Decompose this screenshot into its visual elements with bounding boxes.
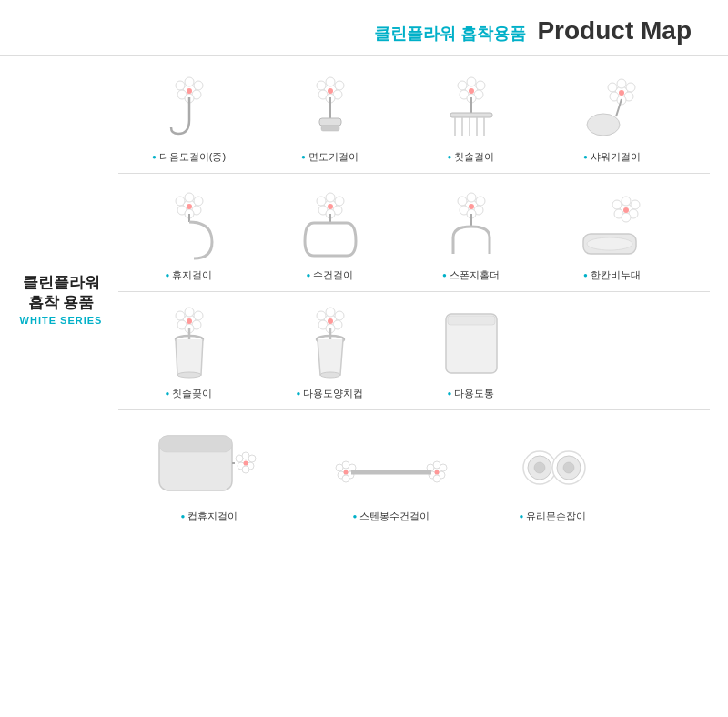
svg-point-56 bbox=[317, 197, 326, 206]
svg-point-91 bbox=[177, 372, 201, 378]
svg-point-74 bbox=[612, 200, 622, 209]
svg-point-52 bbox=[187, 204, 192, 209]
product-item-tissue-ring: 휴지걸이 bbox=[118, 190, 259, 282]
product-section-row2: 휴지걸이 bbox=[118, 174, 710, 292]
product-image-door-handle bbox=[512, 427, 594, 504]
product-label-brush-cup: 칫솔꽂이 bbox=[166, 387, 213, 400]
svg-point-37 bbox=[626, 83, 635, 92]
product-item-towel-ring: 수건걸이 bbox=[259, 190, 400, 282]
product-item-sponge-holder: 스폰지홀더 bbox=[400, 190, 541, 282]
page: 클린플라워 흡착용품 Product Map 클린플라워 흡착 용품 WHITE… bbox=[0, 0, 728, 717]
product-image-hook-medium bbox=[148, 72, 230, 145]
product-section-row4: 컵휴지걸이 bbox=[118, 410, 710, 532]
svg-point-131 bbox=[435, 470, 440, 475]
svg-point-27 bbox=[469, 88, 474, 94]
svg-rect-19 bbox=[321, 126, 339, 131]
svg-point-95 bbox=[317, 311, 326, 320]
svg-point-109 bbox=[248, 455, 256, 462]
svg-rect-29 bbox=[450, 113, 492, 117]
svg-point-43 bbox=[587, 114, 620, 136]
svg-point-16 bbox=[328, 88, 333, 94]
product-image-cup-tissue bbox=[155, 427, 264, 504]
svg-point-88 bbox=[187, 318, 192, 324]
product-label-shower-holder: 샤워기걸이 bbox=[583, 150, 641, 164]
product-label-bar-towel: 스텐봉수건걸이 bbox=[353, 510, 430, 523]
svg-point-130 bbox=[433, 475, 440, 482]
svg-point-3 bbox=[176, 81, 185, 90]
product-image-tissue-ring bbox=[148, 190, 230, 263]
svg-point-38 bbox=[608, 83, 617, 92]
header-english: Product Map bbox=[537, 16, 692, 45]
side-label-series: WHITE SERIES bbox=[11, 315, 111, 326]
svg-point-60 bbox=[328, 204, 333, 209]
product-item-bar-towel: 스텐봉수건걸이 bbox=[300, 427, 482, 523]
product-image-sponge-holder bbox=[430, 190, 512, 263]
product-image-toothbrush-holder bbox=[430, 72, 512, 145]
svg-point-54 bbox=[326, 193, 335, 202]
product-item-cup-tissue: 컵휴지걸이 bbox=[118, 427, 300, 523]
svg-point-22 bbox=[476, 81, 485, 90]
product-row-1: 다음도걸이(중) bbox=[118, 65, 710, 167]
product-image-bar-towel bbox=[332, 427, 450, 504]
product-label-soap-dish: 한칸비누대 bbox=[583, 268, 641, 282]
product-image-multi-cup bbox=[289, 308, 371, 381]
svg-point-114 bbox=[244, 461, 248, 466]
product-label-cup-tissue: 컵휴지걸이 bbox=[181, 510, 238, 523]
product-item-door-handle: 유리문손잡이 bbox=[482, 427, 623, 523]
svg-rect-104 bbox=[448, 316, 495, 325]
svg-point-65 bbox=[458, 197, 467, 206]
product-item-toothbrush-holder: 칫솔걸이 bbox=[400, 72, 541, 164]
product-item-multi-cup: 다용도양치컵 bbox=[259, 308, 400, 400]
product-item-shower-holder: 샤워기걸이 bbox=[541, 72, 682, 164]
product-label-tissue-ring: 휴지걸이 bbox=[166, 268, 213, 282]
product-image-towel-ring bbox=[289, 190, 371, 263]
product-item-hook-medium: 다음도걸이(중) bbox=[118, 72, 259, 164]
product-label-hook-medium: 다음도걸이(중) bbox=[152, 150, 226, 164]
svg-point-46 bbox=[185, 193, 194, 202]
svg-point-78 bbox=[623, 207, 629, 213]
product-row-3: 칫솔꽂이 bbox=[118, 301, 710, 404]
svg-point-21 bbox=[467, 77, 476, 86]
svg-point-94 bbox=[335, 311, 344, 320]
svg-point-77 bbox=[622, 213, 631, 222]
product-label-multi-cup: 다용도양치컵 bbox=[297, 387, 364, 400]
header-korean: 클린플라워 흡착용품 bbox=[374, 25, 526, 43]
svg-point-93 bbox=[326, 308, 335, 317]
svg-point-63 bbox=[467, 193, 476, 202]
svg-point-138 bbox=[563, 462, 574, 473]
product-image-multi-container bbox=[430, 308, 512, 381]
product-section-row3: 칫솔꽂이 bbox=[118, 292, 710, 410]
svg-point-1 bbox=[185, 77, 194, 86]
svg-point-99 bbox=[328, 318, 333, 324]
svg-point-2 bbox=[194, 81, 203, 90]
svg-point-119 bbox=[336, 464, 343, 471]
product-item-multi-container: 다용도통 bbox=[400, 308, 541, 400]
svg-point-123 bbox=[344, 470, 349, 475]
product-image-brush-cup bbox=[148, 308, 230, 381]
svg-point-102 bbox=[320, 372, 340, 378]
svg-point-36 bbox=[617, 79, 626, 88]
product-item-soap-dish: 한칸비누대 bbox=[541, 190, 682, 282]
svg-point-82 bbox=[185, 308, 194, 317]
product-label-sponge-holder: 스폰지홀더 bbox=[442, 268, 500, 282]
svg-point-135 bbox=[534, 462, 545, 473]
product-label-razor-holder: 면도기걸이 bbox=[301, 150, 359, 164]
product-row-4: 컵휴지걸이 bbox=[118, 419, 710, 527]
svg-point-42 bbox=[619, 90, 624, 96]
product-label-toothbrush-holder: 칫솔걸이 bbox=[448, 150, 495, 164]
product-item-brush-cup: 칫솔꽂이 bbox=[118, 308, 259, 400]
product-label-multi-container: 다용도통 bbox=[448, 387, 495, 400]
product-item-razor-holder: 면도기걸이 bbox=[259, 72, 400, 164]
svg-point-55 bbox=[335, 197, 344, 206]
product-section-row1: 다음도걸이(중) bbox=[118, 56, 710, 174]
header: 클린플라워 흡착용품 Product Map bbox=[0, 0, 728, 56]
product-row-2: 휴지걸이 bbox=[118, 183, 710, 286]
svg-point-64 bbox=[476, 197, 485, 206]
product-image-soap-dish bbox=[571, 190, 653, 263]
svg-point-80 bbox=[587, 237, 632, 250]
svg-point-8 bbox=[187, 88, 192, 94]
svg-point-126 bbox=[440, 464, 447, 471]
product-label-towel-ring: 수건걸이 bbox=[307, 268, 354, 282]
svg-point-48 bbox=[176, 197, 185, 206]
svg-point-84 bbox=[176, 311, 185, 320]
